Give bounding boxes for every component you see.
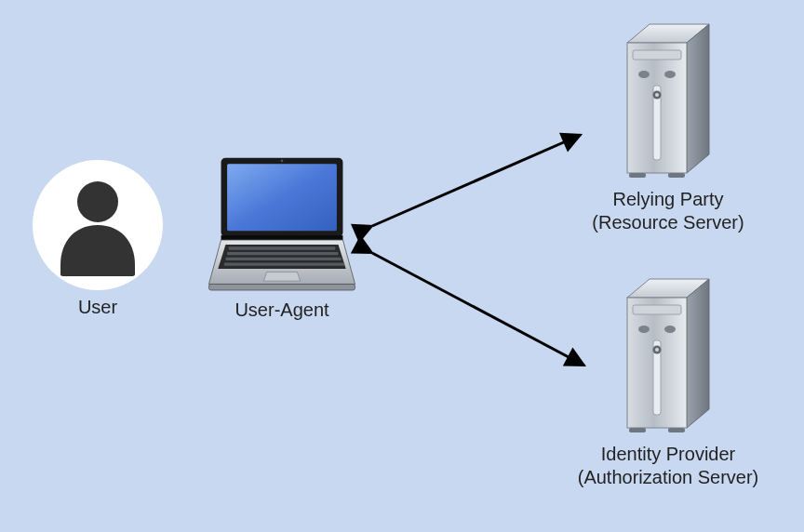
svg-point-0 [77, 181, 118, 222]
svg-marker-12 [263, 272, 300, 281]
relying-party-label2: (Resource Server) [575, 211, 761, 234]
identity-provider-label2: (Authorization Server) [575, 466, 761, 489]
edge-useragent-relyingparty [372, 135, 581, 226]
svg-rect-10 [225, 258, 341, 260]
node-user-agent: User-Agent [194, 153, 370, 322]
node-relying-party: Relying Party (Resource Server) [575, 17, 761, 234]
user-agent-label: User-Agent [194, 299, 370, 322]
relying-party-label1: Relying Party [575, 188, 761, 211]
svg-rect-6 [208, 284, 355, 290]
svg-rect-11 [224, 263, 344, 266]
user-label: User [28, 296, 168, 319]
identity-provider-label1: Identity Provider [575, 443, 761, 466]
svg-rect-8 [229, 246, 336, 249]
server-icon [612, 17, 724, 182]
svg-rect-2 [227, 164, 337, 231]
svg-point-3 [281, 160, 284, 163]
person-icon [33, 160, 163, 290]
node-user: User [28, 160, 168, 319]
svg-rect-4 [221, 235, 343, 240]
edge-useragent-identityprovider [372, 253, 584, 366]
svg-rect-9 [227, 252, 338, 255]
node-identity-provider: Identity Provider (Authorization Server) [575, 272, 761, 489]
server-icon [612, 272, 724, 437]
laptop-icon [198, 153, 366, 293]
